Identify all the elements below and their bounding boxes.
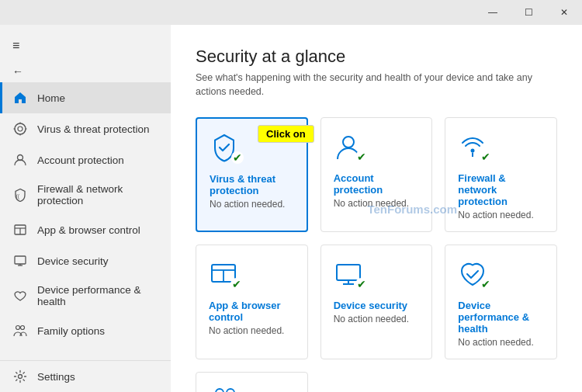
back-button[interactable]: ← [0,61,171,82]
card-device-security-icon-area: ✔ [334,259,363,289]
sidebar-item-firewall-label: Firewall & network protection [37,183,158,206]
sidebar-item-home-label: Home [37,92,158,104]
sidebar-item-browser[interactable]: App & browser control [0,214,171,245]
sidebar: ≡ ← Home Virus & threat pr [0,25,171,392]
card-device-health[interactable]: ✔ Device performance & health No action … [445,245,557,359]
card-virus-icon-area: ✔ [210,133,239,162]
card-firewall-check: ✔ [480,151,492,163]
card-device-security[interactable]: ✔ Device security No action needed. [320,245,433,359]
account-icon [12,152,28,168]
sidebar-item-virus-label: Virus & threat protection [37,123,158,135]
svg-point-13 [16,326,20,330]
card-browser-icon-area: ✔ [209,259,238,289]
close-button[interactable]: ✕ [546,0,582,25]
device-health-icon [12,288,28,304]
svg-point-25 [216,389,223,392]
card-device-health-status: No action needed. [458,337,544,348]
sidebar-item-browser-label: App & browser control [37,224,158,236]
sidebar-item-account-label: Account protection [37,154,158,166]
virus-icon [12,121,28,137]
cards-grid: Click on ✔ Virus & threat protection No … [196,117,557,392]
maximize-button[interactable]: ☐ [511,0,546,25]
sidebar-item-firewall[interactable]: (( Firewall & network protection [0,175,171,214]
firewall-icon: (( [12,187,28,203]
sidebar-item-family[interactable]: Family options [0,315,171,346]
sidebar-item-account[interactable]: Account protection [0,144,171,175]
svg-point-14 [21,326,25,330]
card-device-security-name: Device security [334,300,420,311]
svg-rect-10 [15,256,26,264]
card-device-security-check: ✔ [355,278,368,290]
svg-point-17 [471,149,475,153]
card-browser-name: App & browser control [209,300,295,323]
device-security-icon [12,253,28,269]
main-content: Security at a glance See what's happenin… [171,25,582,392]
settings-item[interactable]: Settings [0,360,171,392]
app-window: ≡ ← Home Virus & threat pr [0,25,582,392]
card-browser-status: No action needed. [209,325,295,336]
sidebar-item-device-security-label: Device security [37,255,158,267]
sidebar-item-family-label: Family options [37,325,158,337]
hamburger-button[interactable]: ≡ [0,31,171,61]
card-family-icon [209,387,241,392]
svg-point-0 [15,123,26,134]
settings-label: Settings [37,371,75,383]
home-icon [12,90,28,106]
sidebar-item-virus[interactable]: Virus & threat protection [0,113,171,144]
card-firewall-status: No action needed. [458,210,544,220]
click-label: Click on [258,125,314,143]
browser-icon [12,222,28,238]
window-controls: — ☐ ✕ [475,0,582,25]
card-account[interactable]: ✔ Account protection No action needed. [320,117,433,232]
card-firewall-icon-area: ✔ [458,132,487,161]
card-device-health-name: Device performance & health [458,300,544,335]
card-account-icon-area: ✔ [334,132,363,161]
card-family[interactable]: Family options Manage how your family us… [196,372,308,392]
svg-point-26 [227,389,234,392]
card-device-health-check: ✔ [480,278,492,290]
sidebar-item-device-health[interactable]: Device performance & health [0,276,171,315]
card-virus-name: Virus & threat protection [210,173,294,196]
card-firewall-name: Firewall & network protection [458,172,544,207]
card-virus-status: No action needed. [210,199,294,210]
minimize-button[interactable]: — [475,0,511,25]
card-device-health-icon-area: ✔ [458,259,487,289]
sidebar-item-device-health-label: Device performance & health [37,284,158,307]
page-title: Security at a glance [196,47,557,67]
card-account-name: Account protection [334,172,420,196]
card-firewall[interactable]: ✔ Firewall & network protection No actio… [445,117,557,232]
sidebar-item-home[interactable]: Home [0,82,171,113]
card-family-icon-area [209,387,241,392]
svg-point-15 [19,375,23,379]
svg-text:((: (( [16,193,20,199]
card-device-security-status: No action needed. [334,314,420,324]
card-virus-check: ✔ [231,151,244,164]
family-icon [12,323,28,338]
page-subtitle: See what's happening with the security a… [196,71,557,99]
svg-point-16 [343,137,354,147]
titlebar: — ☐ ✕ [0,0,582,25]
sidebar-item-device-security[interactable]: Device security [0,245,171,276]
card-browser[interactable]: ✔ App & browser control No action needed… [196,245,308,359]
card-account-status: No action needed. [334,198,420,209]
settings-icon [12,369,28,384]
card-browser-check: ✔ [230,278,243,290]
card-virus[interactable]: Click on ✔ Virus & threat protection No … [196,117,308,232]
card-account-check: ✔ [355,151,368,163]
